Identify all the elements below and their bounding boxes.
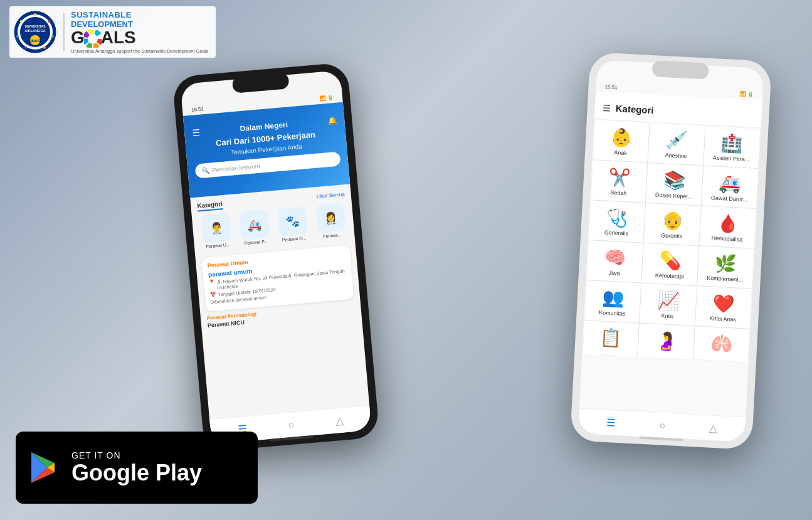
screen-right: 15.51 📶 🔋 ☰ Kategori 👶 Anak 💉 Anestesi xyxy=(578,60,764,442)
kategori-label-item: Perawat U... xyxy=(206,242,230,248)
kemoterapi-label: Kemoterapi xyxy=(655,272,684,280)
list-item[interactable]: 👨‍⚕️ Perawat U... xyxy=(198,213,235,250)
bell-icon[interactable]: 🔔 xyxy=(327,116,337,125)
kategori-icon: 👩‍⚕️ xyxy=(315,203,346,233)
google-play-text-area: GET IT ON Google Play xyxy=(71,450,202,486)
gawat-label: Gawat Darur... xyxy=(711,194,747,203)
kategori-icon: 🐾 xyxy=(277,206,308,237)
komplement-label: Komplement... xyxy=(707,275,743,283)
svg-point-12 xyxy=(16,35,19,38)
gerontik-icon: 👴 xyxy=(661,211,683,230)
asisten-icon: 🏥 xyxy=(720,134,743,153)
kritis-label: Kritis xyxy=(661,312,673,319)
kategori-label-item: Perawa... xyxy=(323,233,342,239)
triangle-nav-icon[interactable]: △ xyxy=(335,415,344,427)
search-icon-left: 🔍 xyxy=(201,167,209,174)
list-item[interactable]: ❤️ Kritis Anak xyxy=(695,286,752,328)
svg-text:AIRLANGGA: AIRLANGGA xyxy=(24,29,45,33)
sdg-branding: SUSTAINABLE DEVELOPMENT G xyxy=(71,10,208,54)
kategori-label-item: Perawat P... xyxy=(244,239,268,245)
hamburger-icon[interactable]: ☰ xyxy=(192,127,201,138)
svg-point-10 xyxy=(43,46,46,49)
bedah-icon: ✂️ xyxy=(608,169,630,188)
generalis-label: Generalis xyxy=(604,229,629,236)
google-play-icon xyxy=(28,450,63,485)
triangle-nav-icon-right[interactable]: △ xyxy=(709,422,717,435)
komplement-icon: 🌿 xyxy=(714,255,737,273)
list-item[interactable]: 🧠 Jiwa xyxy=(586,240,643,282)
kritis-anak-icon: ❤️ xyxy=(712,295,735,314)
unair-logo: UNIVERSITAS AIRLANGGA UNAIR xyxy=(13,10,57,54)
list-item[interactable]: 👩‍⚕️ Perawa... xyxy=(312,203,349,239)
list-item[interactable]: ✂️ Bedah xyxy=(591,160,648,202)
list-item[interactable]: 👥 Komunitas xyxy=(584,280,641,322)
svg-point-13 xyxy=(20,20,23,23)
svg-point-21 xyxy=(89,35,97,43)
kritis-icon: 📈 xyxy=(657,292,680,310)
list-item[interactable]: 🌿 Komplement... xyxy=(697,246,754,288)
bottom-nav-right: ☰ ○ △ xyxy=(578,408,746,442)
list-item[interactable]: 💉 Anestesi xyxy=(648,123,705,165)
list-item[interactable]: 👶 Anak xyxy=(593,120,650,162)
google-play-store-name: Google Play xyxy=(71,460,202,486)
list-item[interactable]: 🚑 Perawat P... xyxy=(236,209,273,246)
asisten-label: Asisten Pera... xyxy=(713,154,750,162)
list-item[interactable]: 💊 Kemoterapi xyxy=(642,243,699,285)
kategori-right-title: Kategori xyxy=(615,103,654,115)
jiwa-label: Jiwa xyxy=(608,270,620,277)
phone-right: 15.51 📶 🔋 ☰ Kategori 👶 Anak 💉 Anestesi xyxy=(570,52,772,450)
list-item[interactable]: 🐾 Perawat O... xyxy=(274,206,311,243)
generalis-icon: 🩺 xyxy=(606,209,628,228)
sdg-goals-text: G ALS xyxy=(71,29,136,48)
kategori-label: Kategori xyxy=(197,200,223,211)
circle-nav-icon-right[interactable]: ○ xyxy=(659,420,666,431)
kategori-grid-right: 👶 Anak 💉 Anestesi 🏥 Asisten Pera... ✂️ B… xyxy=(583,120,760,362)
pregnancy-icon: 🤰 xyxy=(655,332,677,351)
list-item[interactable]: 📚 Dosen Keper... xyxy=(646,163,703,205)
hamburger-icon-right[interactable]: ☰ xyxy=(602,102,611,113)
dosen-icon: 📚 xyxy=(663,171,686,190)
svg-point-9 xyxy=(51,35,54,38)
gawat-icon: 🚑 xyxy=(719,174,741,193)
clipboard-icon: 📋 xyxy=(599,329,622,348)
svg-point-7 xyxy=(34,13,36,16)
kategori-icon: 👨‍⚕️ xyxy=(201,213,232,243)
sdg-line1: SUSTAINABLE xyxy=(71,10,136,19)
left-phone-header: ☰ Dalam Negeri 🔔 Cari Dari 1000+ Pekerja… xyxy=(183,102,350,198)
anak-icon: 👶 xyxy=(610,129,633,147)
phone-left: 15.51 📶 🔋 ☰ Dalam Negeri 🔔 Cari Dari 100… xyxy=(172,62,379,452)
kemoterapi-icon: 💊 xyxy=(659,252,682,270)
kritis-anak-label: Kritis Anak xyxy=(709,315,736,322)
icons-right: 📶 🔋 xyxy=(740,91,754,97)
job-card[interactable]: Perawat Umum perawat umum 📍 Jl. Hayam Wu… xyxy=(202,245,354,312)
list-item[interactable]: 🩸 Hemodialisa xyxy=(699,206,756,248)
list-item[interactable]: 🫁 xyxy=(693,326,750,362)
jiwa-icon: 🧠 xyxy=(604,248,626,267)
list-item[interactable]: 🚑 Gawat Darur... xyxy=(702,166,759,208)
logo-divider xyxy=(63,13,65,51)
list-item[interactable]: 📋 xyxy=(583,321,639,356)
time-right: 15.51 xyxy=(604,84,617,90)
logo-area: UNIVERSITAS AIRLANGGA UNAIR SUSTAINABLE … xyxy=(9,6,216,58)
gerontik-label: Gerontik xyxy=(661,232,682,240)
location-icon: 📍 xyxy=(209,280,216,286)
home-nav-icon-right[interactable]: ☰ xyxy=(606,417,616,429)
komunitas-label: Komunitas xyxy=(599,309,626,317)
list-item[interactable]: 🤰 xyxy=(638,324,694,359)
list-item[interactable]: 🏥 Asisten Pera... xyxy=(704,126,761,168)
bedah-label: Bedah xyxy=(610,189,627,196)
icons-left: 📶 🔋 xyxy=(320,95,334,102)
lung-icon: 🫁 xyxy=(710,335,732,354)
list-item[interactable]: 👴 Gerontik xyxy=(644,203,701,245)
circle-nav-icon[interactable]: ○ xyxy=(288,419,295,431)
anak-label: Anak xyxy=(614,149,627,156)
sdg-subtitle: Universitas Airlangga support the Sustai… xyxy=(71,48,208,54)
list-item[interactable]: 🩺 Generalis xyxy=(589,200,646,242)
list-item[interactable]: 📈 Kritis xyxy=(640,284,697,326)
app-title-left: Dalam Negeri xyxy=(240,120,288,134)
anestesi-label: Anestesi xyxy=(665,152,687,159)
svg-point-8 xyxy=(48,20,50,23)
google-play-button[interactable]: GET IT ON Google Play xyxy=(16,432,258,504)
lihat-semua-btn[interactable]: Lihat Semua xyxy=(317,191,345,199)
calendar-icon: 📅 xyxy=(210,292,217,299)
